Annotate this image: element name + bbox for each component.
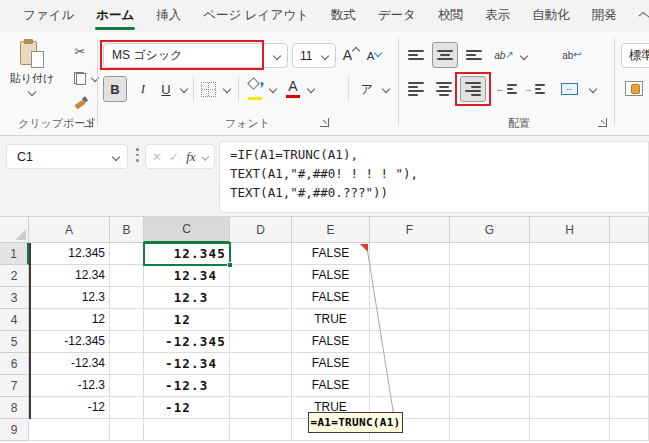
decrease-indent-button[interactable]: ← xyxy=(494,78,518,100)
cell-B1[interactable] xyxy=(110,243,144,265)
tab-developer[interactable]: 開発 xyxy=(580,1,627,32)
cell-C6[interactable]: -12.34 xyxy=(144,353,230,375)
cell-B6[interactable] xyxy=(110,353,144,375)
align-center-button[interactable] xyxy=(432,78,456,100)
merge-center-button[interactable]: ↔ xyxy=(557,80,581,98)
cell-A9[interactable] xyxy=(29,419,110,441)
cell-G5[interactable] xyxy=(450,331,530,353)
format-painter-button[interactable] xyxy=(72,94,88,110)
col-header-A[interactable]: A xyxy=(29,217,110,243)
cell-C1[interactable]: 12.345 xyxy=(144,243,230,265)
tab-home[interactable]: ホーム xyxy=(85,1,145,32)
cell-B5[interactable] xyxy=(110,331,144,353)
cell-F4[interactable] xyxy=(370,309,450,331)
decrease-font-size-button[interactable]: A xyxy=(364,46,384,66)
row-header-2[interactable]: 2 xyxy=(0,265,29,287)
cell-E4[interactable]: TRUE xyxy=(292,309,370,331)
cell-I2[interactable] xyxy=(610,265,649,287)
tab-view[interactable]: 表示 xyxy=(474,1,521,32)
font-size-combobox[interactable]: 11 xyxy=(292,43,336,68)
formula-bar-grip[interactable] xyxy=(136,148,139,162)
cell-E3[interactable]: FALSE xyxy=(292,287,370,309)
cell-E1[interactable]: FALSE xyxy=(292,243,370,265)
cell-H9[interactable] xyxy=(530,419,610,441)
cell-B8[interactable] xyxy=(110,397,144,419)
align-top-button[interactable] xyxy=(404,44,428,66)
align-right-button[interactable] xyxy=(460,76,486,102)
cell-A5[interactable]: -12.345 xyxy=(29,331,110,353)
note-callout[interactable]: =A1=TRUNC(A1) xyxy=(308,412,403,433)
accounting-format-button[interactable] xyxy=(623,78,645,98)
cell-C2[interactable]: 12.34 xyxy=(144,265,230,287)
select-all-corner[interactable] xyxy=(0,217,29,243)
cell-H7[interactable] xyxy=(530,375,610,397)
cell-I8[interactable] xyxy=(610,397,649,419)
cell-E7[interactable]: FALSE xyxy=(292,375,370,397)
cell-D2[interactable] xyxy=(230,265,292,287)
cell-G9[interactable] xyxy=(450,419,530,441)
increase-indent-button[interactable]: → xyxy=(522,78,546,100)
underline-chevron-icon[interactable] xyxy=(180,85,188,93)
cell-E6[interactable]: FALSE xyxy=(292,353,370,375)
row-header-8[interactable]: 8 xyxy=(0,397,29,419)
underline-button[interactable]: U xyxy=(156,76,176,102)
col-header-F[interactable]: F xyxy=(370,217,450,243)
cell-C3[interactable]: 12.3 xyxy=(144,287,230,309)
cell-F3[interactable] xyxy=(370,287,450,309)
tab-formulas[interactable]: 数式 xyxy=(320,1,367,32)
number-format-combobox[interactable]: 標準 xyxy=(621,43,649,68)
tab-data[interactable]: データ xyxy=(367,1,427,32)
clipboard-dialog-launcher[interactable] xyxy=(84,118,93,127)
cell-C7[interactable]: -12.3 xyxy=(144,375,230,397)
align-middle-button[interactable] xyxy=(432,42,458,68)
enter-icon[interactable]: ✓ xyxy=(169,150,179,164)
cell-F6[interactable] xyxy=(370,353,450,375)
orientation-chevron-icon[interactable] xyxy=(520,52,528,60)
cell-B4[interactable] xyxy=(110,309,144,331)
col-header-H[interactable]: H xyxy=(530,217,610,243)
cell-G8[interactable] xyxy=(450,397,530,419)
cell-G3[interactable] xyxy=(450,287,530,309)
cell-D5[interactable] xyxy=(230,331,292,353)
cell-C8[interactable]: -12 xyxy=(144,397,230,419)
orientation-button[interactable]: ab ↗ xyxy=(492,44,516,66)
cell-I6[interactable] xyxy=(610,353,649,375)
cell-H5[interactable] xyxy=(530,331,610,353)
alignment-dialog-launcher[interactable] xyxy=(598,118,607,127)
cell-H6[interactable] xyxy=(530,353,610,375)
paste-button[interactable]: 貼り付け xyxy=(8,40,56,116)
cell-D4[interactable] xyxy=(230,309,292,331)
fill-color-button[interactable] xyxy=(245,76,265,96)
wrap-text-button[interactable]: ab ↩ xyxy=(557,44,587,66)
row-header-9[interactable]: 9 xyxy=(0,419,29,441)
row-header-1[interactable]: 1 xyxy=(0,243,29,265)
copy-button[interactable] xyxy=(72,70,88,86)
increase-font-size-button[interactable]: A xyxy=(341,44,361,66)
tab-page-layout[interactable]: ページ レイアウト xyxy=(192,1,320,32)
cell-A8[interactable]: -12 xyxy=(29,397,110,419)
cell-A6[interactable]: -12.34 xyxy=(29,353,110,375)
cell-F1[interactable] xyxy=(370,243,450,265)
cell-B9[interactable] xyxy=(110,419,144,441)
col-header-E[interactable]: E xyxy=(292,217,370,243)
col-header-C[interactable]: C xyxy=(144,217,230,243)
cell-E2[interactable]: FALSE xyxy=(292,265,370,287)
cell-A1[interactable]: 12.345 xyxy=(29,243,110,265)
cell-D8[interactable] xyxy=(230,397,292,419)
row-header-7[interactable]: 7 xyxy=(0,375,29,397)
cell-D7[interactable] xyxy=(230,375,292,397)
cell-G4[interactable] xyxy=(450,309,530,331)
row-header-5[interactable]: 5 xyxy=(0,331,29,353)
align-left-button[interactable] xyxy=(404,78,428,100)
cell-I7[interactable] xyxy=(610,375,649,397)
cell-I4[interactable] xyxy=(610,309,649,331)
merge-center-chevron-icon[interactable] xyxy=(589,85,597,93)
cell-F7[interactable] xyxy=(370,375,450,397)
cell-I9[interactable] xyxy=(610,419,649,441)
tab-file[interactable]: ファイル xyxy=(12,1,85,32)
cell-H2[interactable] xyxy=(530,265,610,287)
cell-G2[interactable] xyxy=(450,265,530,287)
cell-I5[interactable] xyxy=(610,331,649,353)
row-header-4[interactable]: 4 xyxy=(0,309,29,331)
cell-D3[interactable] xyxy=(230,287,292,309)
